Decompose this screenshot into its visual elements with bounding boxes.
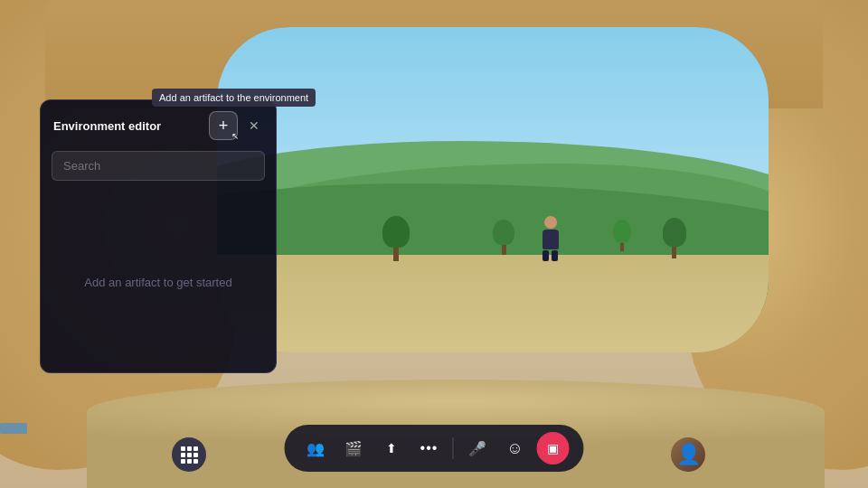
screen-share-icon: ▣ (547, 441, 559, 455)
add-icon: + (219, 117, 229, 136)
avatar-icon: 👤 (676, 443, 701, 466)
screen-share-button[interactable]: ▣ (537, 432, 570, 465)
search-container (41, 151, 276, 192)
window-frame (217, 27, 769, 352)
scene-avatar (537, 216, 564, 261)
share-icon: ⬆ (386, 441, 397, 455)
user-avatar-button[interactable]: 👤 (671, 437, 705, 472)
panel-header-actions: + ↖ ✕ (209, 111, 263, 140)
camera-icon: 🎬 (344, 440, 363, 457)
bottom-toolbar: 👥 🎬 ⬆ ••• 🎤 ☺ ▣ (285, 425, 584, 472)
tree-3 (663, 213, 686, 258)
panel-header: Environment editor + ↖ ✕ (41, 100, 276, 151)
more-icon: ••• (420, 440, 439, 456)
panel-title: Environment editor (53, 119, 161, 133)
panel-body: Add an artifact to get started (41, 192, 276, 372)
empty-state-message: Add an artifact to get started (84, 276, 231, 289)
tree-1 (382, 211, 410, 261)
environment-editor-panel: Environment editor + ↖ ✕ Add an artifact… (40, 99, 277, 373)
avatar-image: 👤 (671, 437, 705, 472)
add-artifact-tooltip: Add an artifact to the environment (152, 89, 316, 107)
people-icon: 👥 (307, 440, 325, 457)
apps-grid-button[interactable] (172, 437, 206, 472)
emoji-icon: ☺ (506, 439, 523, 458)
window-ground (217, 255, 769, 352)
accent-decoration (0, 423, 27, 434)
add-artifact-button[interactable]: + ↖ (209, 111, 238, 140)
tree-4 (613, 215, 631, 251)
emoji-button[interactable]: ☺ (499, 432, 532, 465)
close-icon: ✕ (249, 118, 259, 133)
people-button[interactable]: 👥 (299, 432, 332, 465)
search-input[interactable] (52, 151, 265, 181)
share-button[interactable]: ⬆ (375, 432, 408, 465)
close-button[interactable]: ✕ (245, 117, 263, 135)
more-button[interactable]: ••• (413, 432, 446, 465)
mic-icon: 🎤 (468, 440, 486, 457)
toolbar-divider (453, 437, 454, 459)
mic-button[interactable]: 🎤 (461, 432, 494, 465)
camera-button[interactable]: 🎬 (337, 432, 370, 465)
grid-icon (181, 446, 198, 464)
tooltip-text: Add an artifact to the environment (159, 92, 308, 103)
tree-2 (493, 215, 514, 255)
cursor-icon: ↖ (231, 131, 239, 141)
